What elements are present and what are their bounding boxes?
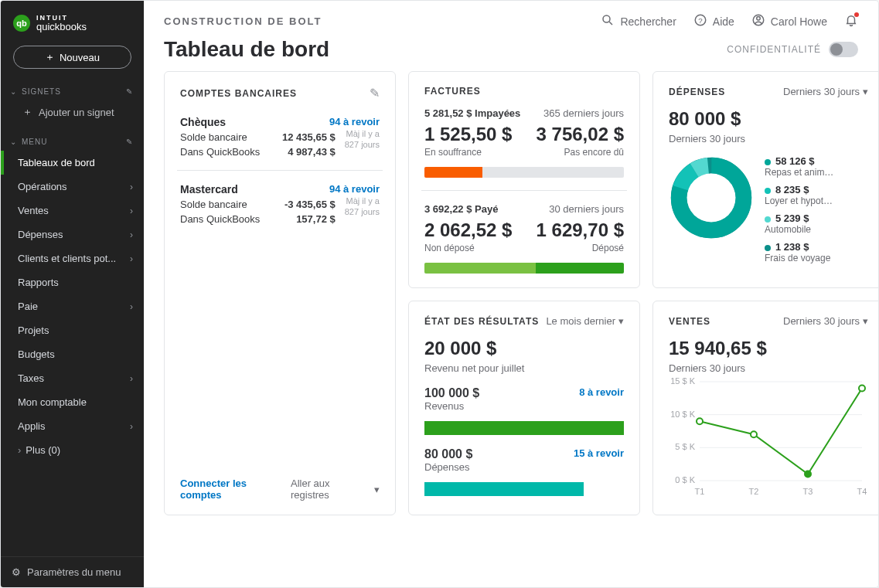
gear-icon: ⚙ <box>12 566 21 578</box>
sidebar-item[interactable]: Dépenses› <box>1 223 144 246</box>
pencil-icon[interactable]: ✎ <box>126 87 133 96</box>
sidebar: qb INTUIT quickbooks ＋ Nouveau ⌄SIGNETS … <box>1 1 144 587</box>
sidebar-item[interactable]: Tableaux de bord <box>1 151 144 175</box>
unpaid-period: 365 derniers jours <box>543 107 624 119</box>
sidebar-item[interactable]: Paie› <box>1 294 144 318</box>
expenses-title: DÉPENSES <box>669 87 725 97</box>
undeposited-amount: 2 062,52 $ <box>424 219 512 241</box>
sidebar-item[interactable]: Applis› <box>1 414 144 438</box>
menu-settings[interactable]: ⚙ Paramètres du menu <box>1 556 144 587</box>
help-button[interactable]: ? Aide <box>693 13 734 29</box>
sidebar-item[interactable]: Opérations› <box>1 175 144 199</box>
legend-item: 58 126 $Repas et anim… <box>765 155 833 178</box>
legend-dot-icon <box>765 245 771 251</box>
page-title: Tableau de bord <box>164 37 329 62</box>
bank-account[interactable]: Mastercard94 à revoirSolde bancaire-3 43… <box>180 183 380 225</box>
chevron-right-icon: › <box>130 421 133 432</box>
legend-dot-icon <box>765 159 771 165</box>
legend-item: 1 238 $Frais de voyage <box>765 241 833 263</box>
sidebar-item[interactable]: Rapports <box>1 270 144 294</box>
expenses-total: 80 000 $ <box>669 108 868 130</box>
help-icon: ? <box>693 13 707 29</box>
sidebar-item-label: Budgets <box>18 348 55 360</box>
pencil-icon[interactable]: ✎ <box>370 86 380 100</box>
card-bank: COMPTES BANCAIRES ✎ Chèques94 à revoirSo… <box>164 71 396 515</box>
top-bar: CONSTRUCTION DE BOLT Rechercher ? Aide C… <box>144 1 878 32</box>
svg-point-10 <box>687 174 736 223</box>
chevron-right-icon: › <box>18 444 21 456</box>
qb-mark-icon: qb <box>13 15 30 32</box>
sidebar-item[interactable]: Clients et clients pot...› <box>1 246 144 270</box>
svg-point-25 <box>805 471 811 477</box>
svg-text:15 $ K: 15 $ K <box>670 376 695 386</box>
overdue-amount: 1 525,50 $ <box>424 124 512 145</box>
sales-total-period: Derniers 30 jours <box>669 362 868 374</box>
pl-income-bar <box>424 421 600 435</box>
bank-account[interactable]: Chèques94 à revoirSolde bancaire12 435,6… <box>180 116 380 171</box>
chevron-right-icon: › <box>130 229 133 240</box>
connect-accounts-link[interactable]: Connecter les comptes <box>180 478 291 501</box>
plus-icon: ＋ <box>22 105 32 119</box>
chevron-right-icon: › <box>130 253 133 264</box>
legend-item: 5 239 $Automobile <box>765 212 833 235</box>
main-area: CONSTRUCTION DE BOLT Rechercher ? Aide C… <box>144 1 878 587</box>
pl-income-review-link[interactable]: 8 à revoir <box>579 386 624 412</box>
new-button[interactable]: ＋ Nouveau <box>13 46 131 69</box>
pl-period-dropdown[interactable]: Le mois dernier ▾ <box>546 315 624 327</box>
caret-down-icon: ▾ <box>374 484 380 495</box>
brand-text: INTUIT quickbooks <box>36 15 87 32</box>
sidebar-item-label: Dépenses <box>18 229 63 240</box>
caret-down-icon: ▾ <box>618 315 624 327</box>
card-pl: ÉTAT DES RÉSULTATS Le mois dernier ▾ 20 … <box>408 301 640 515</box>
sidebar-item-more[interactable]: ›Plus (0) <box>1 438 144 462</box>
bank-review-link[interactable]: 94 à revoir <box>329 116 380 128</box>
notification-dot-icon <box>854 12 859 17</box>
deposited-label: Déposé <box>537 243 624 253</box>
bank-title: COMPTES BANCAIRES <box>180 88 297 99</box>
search-button[interactable]: Rechercher <box>601 13 676 29</box>
legend-item: 8 235 $Loyer et hypot… <box>765 184 833 206</box>
expenses-donut-chart <box>669 155 754 240</box>
sidebar-item[interactable]: Ventes› <box>1 199 144 223</box>
sidebar-item[interactable]: Budgets <box>1 342 144 366</box>
add-bookmark[interactable]: ＋ Ajouter un signet <box>1 100 144 127</box>
bank-updated-meta: Màj il y a827 jours <box>345 195 380 225</box>
bank-account-name: Chèques <box>180 116 226 128</box>
new-label: Nouveau <box>60 52 100 63</box>
svg-text:T2: T2 <box>749 487 759 496</box>
plus-icon: ＋ <box>45 50 55 64</box>
undeposited-segment <box>424 263 536 274</box>
pl-expense-bar-hatch <box>564 482 584 496</box>
pl-expense-review-link[interactable]: 15 à revoir <box>574 447 624 473</box>
overdue-segment <box>424 167 482 178</box>
invoices-title: FACTURES <box>424 86 481 97</box>
notdue-amount: 3 756,02 $ <box>537 124 624 145</box>
goto-registers-dropdown[interactable]: Aller aux registres ▾ <box>291 478 380 501</box>
caret-down-icon: ▾ <box>863 86 868 97</box>
deposited-segment <box>536 263 624 274</box>
pl-expense-bar <box>424 482 564 496</box>
sales-title: VENTES <box>669 316 710 327</box>
expenses-period-dropdown[interactable]: Derniers 30 jours ▾ <box>783 86 868 97</box>
chevron-right-icon: › <box>130 373 133 384</box>
sidebar-item-label: Applis <box>18 420 45 432</box>
notifications-button[interactable] <box>844 13 858 29</box>
svg-text:0 $ K: 0 $ K <box>675 475 695 484</box>
sidebar-item-label: Mon comptable <box>18 396 87 408</box>
sidebar-item[interactable]: Taxes› <box>1 366 144 390</box>
bank-review-link[interactable]: 94 à revoir <box>329 183 380 195</box>
sidebar-item[interactable]: Projets <box>1 318 144 342</box>
pencil-icon[interactable]: ✎ <box>126 138 133 146</box>
deposited-amount: 1 629,70 $ <box>537 219 624 241</box>
chevron-down-icon: ⌄ <box>10 138 17 146</box>
user-menu[interactable]: Carol Howe <box>751 13 827 29</box>
sales-period-dropdown[interactable]: Derniers 30 jours ▾ <box>783 315 868 327</box>
privacy-toggle[interactable]: CONFIDENTIALITÉ <box>727 42 858 57</box>
company-name: CONSTRUCTION DE BOLT <box>164 15 322 27</box>
sidebar-item-label: Tableaux de bord <box>18 157 95 168</box>
svg-point-23 <box>697 418 703 424</box>
svg-text:?: ? <box>698 16 703 25</box>
sidebar-item[interactable]: Mon comptable <box>1 390 144 414</box>
bookmarks-header[interactable]: ⌄SIGNETS ✎ <box>1 83 144 100</box>
menu-header[interactable]: ⌄MENU ✎ <box>1 133 144 151</box>
